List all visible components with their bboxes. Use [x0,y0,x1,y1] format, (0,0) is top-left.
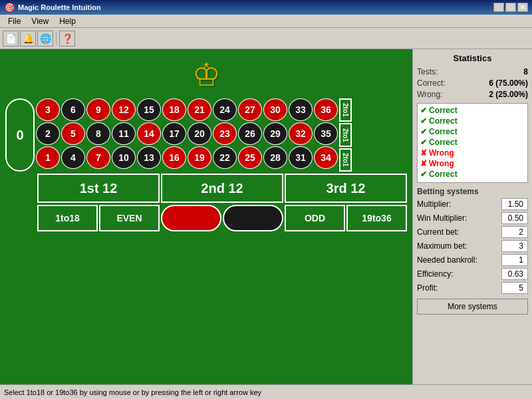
current-bet-row: Current bet: 2 [417,226,528,238]
dozen-1st[interactable]: 1st 12 [37,174,160,203]
minimize-button[interactable]: _ [493,3,504,12]
twoto1-mid[interactable]: 2to1 [339,123,352,146]
toolbar-help-button[interactable]: ❓ [59,31,75,47]
num-24[interactable]: 24 [213,98,237,121]
zero-cell[interactable]: 0 [5,98,35,172]
num-8[interactable]: 8 [86,122,110,145]
num-26[interactable]: 26 [238,122,262,145]
dozens-row: 1st 12 2nd 12 3rd 12 [37,174,407,203]
num-5[interactable]: 5 [61,122,85,145]
bet-odd[interactable]: ODD [285,205,345,231]
num-9[interactable]: 9 [86,98,110,121]
num-33[interactable]: 33 [289,98,313,121]
num-29[interactable]: 29 [263,122,287,145]
wrong-row: Wrong: 2 (25.00%) [417,90,528,99]
roulette-table-area: ♔ 0 3 6 9 12 15 18 [0,49,412,384]
maximize-button[interactable]: □ [505,3,516,12]
history-item: ✔Correct [419,137,526,148]
check-icon: ✔ [420,138,427,147]
num-28[interactable]: 28 [263,146,287,169]
menu-help[interactable]: Help [54,15,81,27]
num-2[interactable]: 2 [36,122,60,145]
history-label: Wrong [429,148,454,158]
num-1[interactable]: 1 [36,146,60,169]
num-12[interactable]: 12 [112,98,136,121]
num-21[interactable]: 21 [188,98,211,121]
bet-black[interactable] [223,205,283,231]
zero-column: 0 [5,98,35,172]
roulette-table: 0 3 6 9 12 15 18 21 24 27 30 [5,98,407,231]
main-grid: 0 3 6 9 12 15 18 21 24 27 30 [5,98,407,172]
stats-title: Statistics [417,53,528,63]
num-14[interactable]: 14 [137,122,161,145]
num-11[interactable]: 11 [112,122,136,145]
correct-label: Correct: [417,78,446,88]
num-34[interactable]: 34 [314,146,338,169]
num-23[interactable]: 23 [213,122,237,145]
bet-even[interactable]: EVEN [99,205,160,231]
num-30[interactable]: 30 [263,98,287,121]
num-22[interactable]: 22 [213,146,237,169]
menu-view[interactable]: View [26,15,54,27]
num-36[interactable]: 36 [314,98,338,121]
correct-row: Correct: 6 (75.00%) [417,78,528,88]
dozen-2nd[interactable]: 2nd 12 [161,174,283,203]
bet-1to18[interactable]: 1to18 [37,205,98,231]
num-7[interactable]: 7 [86,146,110,169]
multiplier-value: 1.50 [501,198,528,210]
efficiency-label: Efficiency: [417,269,453,279]
win-multiplier-row: Win Multiplier: 0.50 [417,212,528,224]
check-icon: ✔ [420,127,427,136]
num-27[interactable]: 27 [238,98,262,121]
current-bet-value: 2 [501,226,528,238]
num-16[interactable]: 16 [162,146,186,169]
wheel-decoration: ♔ [5,55,407,94]
profit-row: Profit: 5 [417,282,528,294]
num-35[interactable]: 35 [314,122,338,145]
num-6[interactable]: 6 [61,98,85,121]
num-3[interactable]: 3 [36,98,60,121]
toolbar-globe-button[interactable]: 🌐 [37,31,53,47]
num-17[interactable]: 17 [162,122,186,145]
tests-row: Tests: 8 [417,67,528,76]
twoto1-bot[interactable]: 2to1 [339,148,352,172]
win-multiplier-label: Win Multiplier: [417,213,467,223]
tests-label: Tests: [417,67,438,76]
history-item: ✔Correct [419,105,526,116]
status-bar: Select 1to18 or 19to36 by using mouse or… [0,384,532,399]
num-25[interactable]: 25 [238,146,262,169]
profit-label: Profit: [417,283,438,293]
bet-red[interactable] [161,205,221,231]
num-31[interactable]: 31 [289,146,313,169]
profit-value: 5 [501,282,528,294]
menu-file[interactable]: File [3,15,26,27]
twoto1-column: 2to1 2to1 2to1 [339,98,352,172]
num-32[interactable]: 32 [289,122,313,145]
bet-19to36[interactable]: 19to36 [346,205,407,231]
num-18[interactable]: 18 [162,98,186,121]
check-icon: ✔ [420,116,427,126]
multiplier-label: Multiplier: [417,200,451,209]
multiplier-row: Multiplier: 1.50 [417,198,528,210]
twoto1-top[interactable]: 2to1 [339,98,352,122]
dozen-3rd[interactable]: 3rd 12 [285,174,407,203]
toolbar-alert-button[interactable]: 🔔 [20,31,36,47]
toolbar-new-button[interactable]: 📄 [3,31,19,47]
stats-panel: Statistics Tests: 8 Correct: 6 (75.00%) … [412,49,532,384]
num-4[interactable]: 4 [61,146,85,169]
number-row-1: 1 4 7 10 13 16 19 22 25 28 31 34 [36,146,338,169]
wrong-value: 2 (25.00%) [489,90,528,99]
efficiency-value: 0.63 [501,268,528,280]
menu-bar: File View Help [0,15,532,28]
toolbar: 📄 🔔 🌐 ❓ [0,28,532,49]
history-label: Correct [429,127,458,136]
num-10[interactable]: 10 [112,146,136,169]
more-systems-button[interactable]: More systems [417,299,528,315]
num-19[interactable]: 19 [188,146,211,169]
close-button[interactable]: ✕ [517,3,528,12]
num-20[interactable]: 20 [188,122,211,145]
num-13[interactable]: 13 [137,146,161,169]
tests-value: 8 [523,67,528,76]
window-controls: _ □ ✕ [493,3,528,12]
num-15[interactable]: 15 [137,98,161,121]
